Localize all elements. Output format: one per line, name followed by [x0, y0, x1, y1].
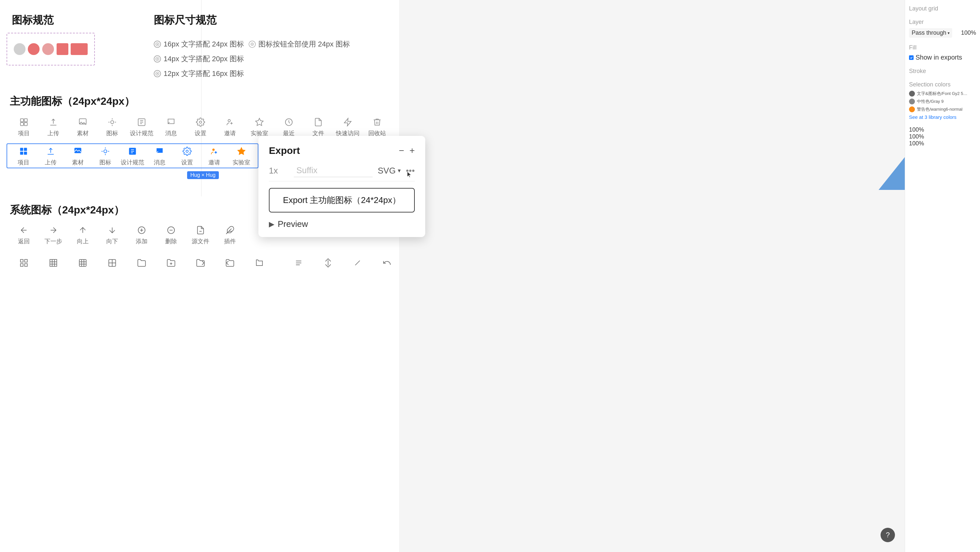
icon-cell-asset-blue: 素材: [64, 145, 92, 166]
icon-cell-file-gray: 文件: [304, 116, 333, 137]
preview-row[interactable]: ▶ Preview: [269, 219, 415, 229]
asset-label-blue: 素材: [72, 158, 84, 166]
grid2-icon: [48, 257, 59, 269]
add-label: 添加: [136, 238, 148, 245]
export-plus-button[interactable]: +: [409, 146, 415, 155]
back-label: 返回: [18, 238, 30, 245]
source-icon: [195, 224, 207, 236]
icon-pink-square: [57, 43, 68, 55]
export-more-button[interactable]: •••: [406, 166, 415, 175]
see-all-colors[interactable]: See at 3 library colors: [909, 114, 976, 120]
export-scale: 1x: [269, 166, 288, 176]
icon-cell-keep-gray: 保留: [392, 116, 399, 137]
sys-icon-row-1: 返回 下一步 向上 向下: [9, 224, 245, 245]
icon-cell-settings-gray: 设置: [186, 116, 215, 137]
plugin-icon: [224, 224, 236, 236]
preview-arrow: ▶: [269, 220, 274, 228]
spec-label-gray: 设计规范: [130, 129, 153, 137]
icon-pink-circle: [28, 43, 40, 55]
svg-marker-18: [256, 118, 263, 125]
export-main-button[interactable]: Export 主功能图标（24*24px）: [269, 188, 415, 212]
file-icon-gray: [312, 116, 324, 128]
icon-cell-msg-blue: 消息: [146, 145, 173, 166]
lab-icon-gray: [253, 116, 265, 128]
color-row-1: 中性色/Gray 9: [909, 99, 976, 104]
spec-circle-3: [154, 70, 161, 77]
layer-mode-dropdown[interactable]: Pass through ▾: [909, 28, 952, 38]
folder3-icon: [195, 257, 207, 269]
invite-icon-blue: [208, 145, 220, 157]
icon-cell-invite-blue: 邀请: [200, 145, 228, 166]
icon-spec-title: 图标规范: [12, 13, 54, 27]
icon-cell-msg-gray: 消息: [156, 116, 186, 137]
icon-cell-asset-gray: 素材: [68, 116, 97, 137]
icon-cell-settings-blue: 设置: [173, 145, 200, 166]
folder5-icon: [253, 257, 265, 269]
svg-point-1: [157, 43, 158, 45]
show-exports-checkbox[interactable]: [909, 55, 913, 60]
layer-label: Layer: [909, 19, 976, 26]
svg-point-29: [212, 148, 215, 151]
icon-cell-slash: [343, 257, 372, 269]
icon-cell-source: 源文件: [186, 224, 215, 245]
svg-marker-20: [344, 118, 351, 126]
msg-label-gray: 消息: [165, 129, 177, 137]
icon-cell-next: 下一步: [38, 224, 68, 245]
selection-colors-label: Selection colors: [909, 81, 976, 88]
color-row-0: 文字&图标色/Font Gy2 50%-secon...: [909, 91, 976, 97]
icon-cell-up: 向上: [68, 224, 97, 245]
help-button[interactable]: ?: [881, 528, 895, 542]
quick-icon-gray: [342, 116, 353, 128]
icon-cell-lab-gray: 实验室: [245, 116, 274, 137]
chevron-down-icon: ▾: [948, 31, 950, 35]
icon-cell-add: 添加: [127, 224, 156, 245]
svg-rect-41: [80, 260, 86, 266]
asset-icon-gray: [77, 116, 89, 128]
asset-label-gray: 素材: [77, 129, 89, 137]
svg-point-3: [157, 58, 158, 60]
spec-label-blue: 设计规范: [121, 158, 144, 166]
export-header-buttons: − +: [399, 146, 415, 155]
svg-marker-30: [238, 147, 245, 155]
asset-icon-blue: [72, 145, 84, 157]
svg-rect-40: [50, 260, 57, 266]
icon-pink-rect: [71, 43, 88, 55]
folder4-icon: [224, 257, 236, 269]
show-exports-row: Show in exports: [909, 54, 976, 61]
source-label: 源文件: [192, 238, 209, 245]
spec-item-right: 图标按钮全部使用 24px 图标: [248, 39, 350, 49]
spec-circle-2: [154, 55, 161, 62]
layer-row: Pass through ▾ 100%: [909, 28, 976, 38]
svg-rect-21: [20, 148, 23, 151]
export-title: Export: [269, 145, 300, 156]
folder2-icon: [165, 257, 177, 269]
icon-cell-folder2: [156, 257, 186, 269]
spec-icon-blue: [127, 145, 138, 157]
svg-rect-9: [21, 119, 24, 122]
pct-section: 100% 100% 100%: [909, 126, 976, 147]
icon-cell-project-gray: 项目: [9, 116, 38, 137]
grid4-icon: [106, 257, 118, 269]
export-format-dropdown[interactable]: SVG ▾: [378, 166, 401, 176]
icon-cell-grid1: [9, 257, 38, 269]
svg-rect-11: [21, 123, 24, 125]
icon-cell-lab-blue: 实验室: [228, 145, 255, 166]
trash-icon-gray: [371, 116, 383, 128]
delete-label: 删除: [165, 238, 177, 245]
icon-cell-down: 向下: [97, 224, 127, 245]
export-settings-row: 1x Suffix SVG ▾ •••: [269, 164, 415, 181]
export-minus-button[interactable]: −: [399, 146, 404, 155]
hug-badge: Hug × Hug: [187, 171, 219, 179]
svg-point-14: [111, 120, 113, 123]
back-icon: [18, 224, 30, 236]
spec-item-1: 16px 文字搭配 24px 图标: [154, 39, 244, 49]
layer-section: Layer Pass through ▾ 100%: [909, 19, 976, 38]
export-suffix-field[interactable]: Suffix: [294, 164, 372, 177]
upload-label-blue: 上传: [45, 158, 57, 166]
layout-grid-label: Layout grid: [909, 5, 976, 12]
plugin-label: 插件: [224, 238, 236, 245]
project-label-blue: 项目: [18, 158, 29, 166]
fill-label: Fill: [909, 44, 976, 51]
color-dot-2: [909, 107, 915, 112]
svg-rect-24: [24, 152, 27, 155]
